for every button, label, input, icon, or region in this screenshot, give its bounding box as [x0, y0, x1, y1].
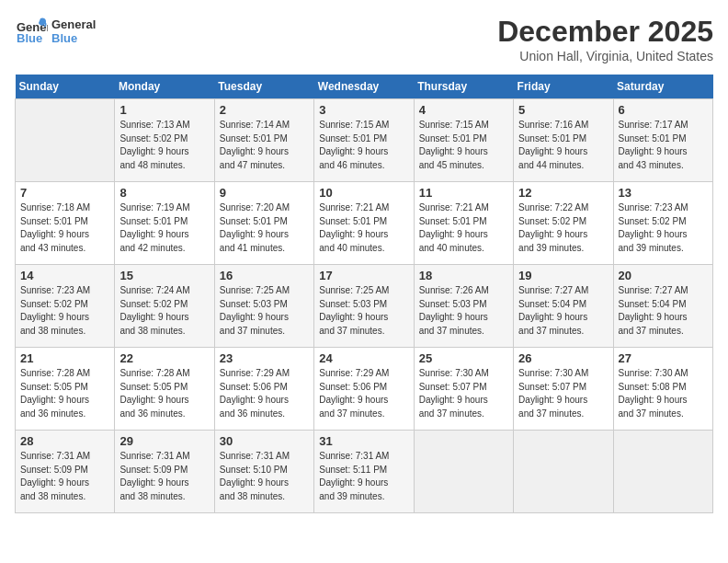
- week-row: 21Sunrise: 7:28 AM Sunset: 5:05 PM Dayli…: [16, 348, 713, 431]
- day-number: 23: [220, 351, 309, 365]
- day-cell: 10Sunrise: 7:21 AM Sunset: 5:01 PM Dayli…: [314, 182, 414, 265]
- day-cell: 30Sunrise: 7:31 AM Sunset: 5:10 PM Dayli…: [214, 431, 313, 513]
- header-cell-saturday: Saturday: [613, 75, 712, 99]
- day-info: Sunrise: 7:22 AM Sunset: 5:02 PM Dayligh…: [518, 201, 608, 255]
- day-cell: 14Sunrise: 7:23 AM Sunset: 5:02 PM Dayli…: [16, 265, 115, 348]
- day-info: Sunrise: 7:28 AM Sunset: 5:05 PM Dayligh…: [119, 367, 209, 420]
- logo-text-blue: Blue: [51, 31, 96, 45]
- day-number: 19: [518, 269, 608, 282]
- day-info: Sunrise: 7:27 AM Sunset: 5:04 PM Dayligh…: [518, 284, 608, 338]
- day-number: 22: [119, 351, 209, 365]
- day-number: 5: [518, 103, 608, 117]
- day-info: Sunrise: 7:18 AM Sunset: 5:01 PM Dayligh…: [20, 201, 109, 255]
- day-number: 30: [220, 434, 309, 448]
- week-row: 7Sunrise: 7:18 AM Sunset: 5:01 PM Daylig…: [16, 182, 713, 265]
- day-info: Sunrise: 7:25 AM Sunset: 5:03 PM Dayligh…: [220, 284, 309, 338]
- day-number: 24: [319, 351, 408, 365]
- week-row: 14Sunrise: 7:23 AM Sunset: 5:02 PM Dayli…: [16, 265, 713, 348]
- day-cell: 3Sunrise: 7:15 AM Sunset: 5:01 PM Daylig…: [314, 99, 414, 182]
- day-number: 1: [119, 103, 209, 117]
- header-row: SundayMondayTuesdayWednesdayThursdayFrid…: [16, 75, 713, 99]
- day-info: Sunrise: 7:15 AM Sunset: 5:01 PM Dayligh…: [319, 119, 408, 172]
- day-cell: 16Sunrise: 7:25 AM Sunset: 5:03 PM Dayli…: [214, 265, 313, 348]
- day-info: Sunrise: 7:23 AM Sunset: 5:02 PM Dayligh…: [20, 284, 109, 338]
- day-cell: 21Sunrise: 7:28 AM Sunset: 5:05 PM Dayli…: [16, 348, 115, 431]
- day-number: 31: [319, 434, 408, 448]
- day-info: Sunrise: 7:13 AM Sunset: 5:02 PM Dayligh…: [119, 119, 209, 172]
- day-info: Sunrise: 7:31 AM Sunset: 5:11 PM Dayligh…: [319, 450, 408, 503]
- day-info: Sunrise: 7:30 AM Sunset: 5:08 PM Dayligh…: [619, 367, 708, 420]
- page-header: General Blue General Blue December 2025 …: [15, 15, 713, 63]
- day-number: 7: [20, 186, 109, 200]
- day-number: 15: [119, 269, 209, 282]
- day-number: 8: [119, 186, 209, 200]
- day-number: 12: [518, 186, 608, 200]
- day-cell: 31Sunrise: 7:31 AM Sunset: 5:11 PM Dayli…: [314, 431, 414, 513]
- day-number: 29: [119, 434, 209, 448]
- logo-text-general: General: [51, 17, 96, 31]
- day-number: 10: [319, 186, 408, 200]
- day-info: Sunrise: 7:15 AM Sunset: 5:01 PM Dayligh…: [419, 119, 508, 172]
- day-number: 18: [419, 269, 508, 282]
- day-info: Sunrise: 7:17 AM Sunset: 5:01 PM Dayligh…: [619, 119, 708, 172]
- day-number: 14: [20, 269, 109, 282]
- header-cell-thursday: Thursday: [414, 75, 513, 99]
- day-info: Sunrise: 7:21 AM Sunset: 5:01 PM Dayligh…: [419, 201, 508, 255]
- day-info: Sunrise: 7:30 AM Sunset: 5:07 PM Dayligh…: [419, 367, 508, 420]
- week-row: 1Sunrise: 7:13 AM Sunset: 5:02 PM Daylig…: [16, 99, 713, 182]
- day-cell: [514, 431, 613, 513]
- calendar-table: SundayMondayTuesdayWednesdayThursdayFrid…: [15, 75, 713, 513]
- day-number: 4: [419, 103, 508, 117]
- svg-text:Blue: Blue: [17, 31, 42, 45]
- calendar-body: 1Sunrise: 7:13 AM Sunset: 5:02 PM Daylig…: [16, 99, 713, 513]
- day-cell: 25Sunrise: 7:30 AM Sunset: 5:07 PM Dayli…: [414, 348, 513, 431]
- day-info: Sunrise: 7:25 AM Sunset: 5:03 PM Dayligh…: [319, 284, 408, 338]
- day-cell: 12Sunrise: 7:22 AM Sunset: 5:02 PM Dayli…: [514, 182, 613, 265]
- day-info: Sunrise: 7:29 AM Sunset: 5:06 PM Dayligh…: [220, 367, 309, 420]
- day-info: Sunrise: 7:20 AM Sunset: 5:01 PM Dayligh…: [220, 201, 309, 255]
- week-row: 28Sunrise: 7:31 AM Sunset: 5:09 PM Dayli…: [16, 431, 713, 513]
- logo-icon: General Blue: [15, 15, 48, 48]
- day-cell: 26Sunrise: 7:30 AM Sunset: 5:07 PM Dayli…: [514, 348, 613, 431]
- day-info: Sunrise: 7:26 AM Sunset: 5:03 PM Dayligh…: [419, 284, 508, 338]
- day-info: Sunrise: 7:21 AM Sunset: 5:01 PM Dayligh…: [319, 201, 408, 255]
- day-info: Sunrise: 7:19 AM Sunset: 5:01 PM Dayligh…: [119, 201, 209, 255]
- day-info: Sunrise: 7:29 AM Sunset: 5:06 PM Dayligh…: [319, 367, 408, 420]
- day-cell: 27Sunrise: 7:30 AM Sunset: 5:08 PM Dayli…: [613, 348, 712, 431]
- location-subtitle: Union Hall, Virginia, United States: [497, 49, 713, 63]
- day-cell: 4Sunrise: 7:15 AM Sunset: 5:01 PM Daylig…: [414, 99, 513, 182]
- header-cell-friday: Friday: [514, 75, 613, 99]
- day-cell: [414, 431, 513, 513]
- day-cell: 18Sunrise: 7:26 AM Sunset: 5:03 PM Dayli…: [414, 265, 513, 348]
- header-cell-monday: Monday: [115, 75, 214, 99]
- day-info: Sunrise: 7:16 AM Sunset: 5:01 PM Dayligh…: [518, 119, 608, 172]
- day-number: 9: [220, 186, 309, 200]
- day-info: Sunrise: 7:28 AM Sunset: 5:05 PM Dayligh…: [20, 367, 109, 420]
- day-number: 16: [220, 269, 309, 282]
- header-cell-tuesday: Tuesday: [214, 75, 313, 99]
- day-info: Sunrise: 7:31 AM Sunset: 5:10 PM Dayligh…: [220, 450, 309, 503]
- day-cell: 17Sunrise: 7:25 AM Sunset: 5:03 PM Dayli…: [314, 265, 414, 348]
- day-cell: 5Sunrise: 7:16 AM Sunset: 5:01 PM Daylig…: [514, 99, 613, 182]
- day-info: Sunrise: 7:31 AM Sunset: 5:09 PM Dayligh…: [20, 450, 109, 503]
- day-cell: [613, 431, 712, 513]
- day-cell: 22Sunrise: 7:28 AM Sunset: 5:05 PM Dayli…: [115, 348, 214, 431]
- day-cell: 6Sunrise: 7:17 AM Sunset: 5:01 PM Daylig…: [613, 99, 712, 182]
- day-cell: 24Sunrise: 7:29 AM Sunset: 5:06 PM Dayli…: [314, 348, 414, 431]
- day-number: 3: [319, 103, 408, 117]
- day-info: Sunrise: 7:31 AM Sunset: 5:09 PM Dayligh…: [119, 450, 209, 503]
- day-cell: 15Sunrise: 7:24 AM Sunset: 5:02 PM Dayli…: [115, 265, 214, 348]
- day-cell: 29Sunrise: 7:31 AM Sunset: 5:09 PM Dayli…: [115, 431, 214, 513]
- day-cell: 13Sunrise: 7:23 AM Sunset: 5:02 PM Dayli…: [613, 182, 712, 265]
- day-info: Sunrise: 7:14 AM Sunset: 5:01 PM Dayligh…: [220, 119, 309, 172]
- day-number: 11: [419, 186, 508, 200]
- day-cell: 9Sunrise: 7:20 AM Sunset: 5:01 PM Daylig…: [214, 182, 313, 265]
- day-number: 28: [20, 434, 109, 448]
- day-info: Sunrise: 7:27 AM Sunset: 5:04 PM Dayligh…: [619, 284, 708, 338]
- day-cell: 28Sunrise: 7:31 AM Sunset: 5:09 PM Dayli…: [16, 431, 115, 513]
- day-cell: 20Sunrise: 7:27 AM Sunset: 5:04 PM Dayli…: [613, 265, 712, 348]
- day-number: 27: [619, 351, 708, 365]
- day-cell: 11Sunrise: 7:21 AM Sunset: 5:01 PM Dayli…: [414, 182, 513, 265]
- day-cell: 1Sunrise: 7:13 AM Sunset: 5:02 PM Daylig…: [115, 99, 214, 182]
- logo: General Blue General Blue: [15, 15, 96, 48]
